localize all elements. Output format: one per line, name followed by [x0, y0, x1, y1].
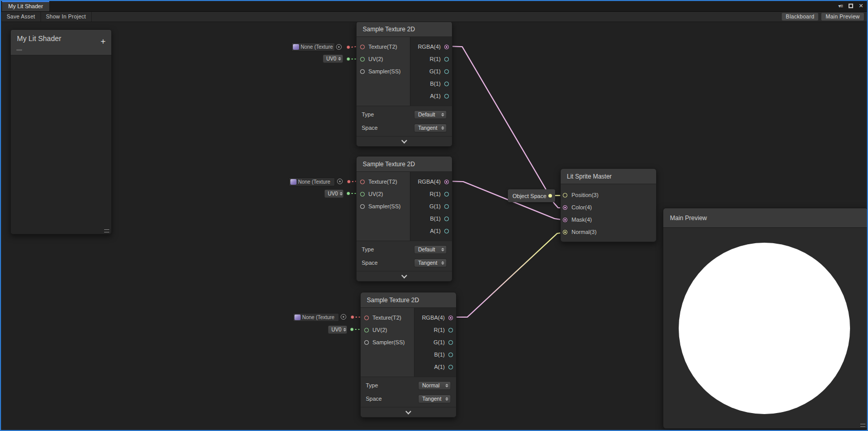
object-picker-icon[interactable]: [337, 179, 343, 184]
port-texture-t2[interactable]: [364, 316, 369, 320]
node-sample-texture-2d-1[interactable]: Sample Texture 2D Texture(T2) UV(2) Samp…: [356, 21, 452, 147]
port-r1[interactable]: [444, 192, 449, 197]
uv-channel-dropdown[interactable]: UV0: [324, 189, 344, 198]
object-space-output-port[interactable]: [548, 194, 552, 198]
node-sample-texture-2d-3[interactable]: Sample Texture 2D Texture(T2) UV(2) Samp…: [360, 292, 457, 418]
edge-rgba1-to-color[interactable]: [447, 46, 564, 208]
type-dropdown[interactable]: Default: [414, 110, 447, 119]
uv-channel-dropdown[interactable]: UV0: [323, 54, 343, 63]
type-label: Type: [362, 246, 374, 252]
port-texture-t2[interactable]: [360, 180, 365, 184]
port-g1[interactable]: [448, 340, 453, 345]
texture-thumbnail-icon: [294, 315, 301, 320]
port-a1[interactable]: [444, 229, 449, 233]
node-title-bar[interactable]: Sample Texture 2D: [357, 22, 452, 37]
port-label: G(1): [429, 68, 441, 74]
port-sampler-ss[interactable]: [364, 340, 369, 345]
collapse-preview-button[interactable]: [357, 271, 452, 281]
texture-field-port-2[interactable]: [347, 180, 351, 184]
port-rgba4[interactable]: [448, 316, 453, 320]
blackboard-toggle-button[interactable]: Blackboard: [782, 13, 819, 21]
node-title-bar[interactable]: Sample Texture 2D: [357, 156, 452, 172]
node-title-bar[interactable]: Sample Texture 2D: [361, 292, 456, 308]
port-color4[interactable]: [563, 205, 567, 210]
port-a1[interactable]: [448, 365, 453, 369]
texture-field-port-3[interactable]: [351, 316, 354, 319]
node-sample-texture-2d-2[interactable]: Sample Texture 2D Texture(T2) UV(2) Samp…: [356, 156, 452, 282]
resize-grip-icon[interactable]: [104, 229, 109, 232]
show-in-project-button[interactable]: Show In Project: [41, 12, 92, 22]
node-ports: Texture(T2) UV(2) Sampler(SS) RGBA(4) R(…: [357, 37, 452, 106]
uv-field-port-1[interactable]: [347, 57, 350, 61]
resize-grip-icon[interactable]: [860, 424, 865, 427]
port-rgba4[interactable]: [444, 180, 449, 184]
edge-rgba3-to-normal[interactable]: [451, 232, 564, 317]
port-label: R(1): [430, 191, 441, 197]
texture-field-value: None (Texture: [298, 179, 330, 185]
space-dropdown[interactable]: Tangent: [418, 395, 451, 403]
port-r1[interactable]: [444, 57, 449, 62]
port-uv2[interactable]: [360, 192, 365, 197]
port-sampler-ss[interactable]: [360, 204, 365, 209]
toolbar-right-group: Blackboard Main Preview: [782, 13, 864, 21]
window-menu-icon[interactable]: ▾≡: [838, 3, 843, 9]
object-picker-icon[interactable]: [336, 44, 342, 50]
maximize-icon[interactable]: [849, 4, 853, 8]
texture-field-port-1[interactable]: [347, 46, 350, 49]
main-preview-toggle-button[interactable]: Main Preview: [821, 13, 864, 21]
space-dropdown[interactable]: Tangent: [414, 259, 447, 267]
port-g1[interactable]: [444, 204, 449, 209]
port-label: A(1): [434, 364, 445, 370]
blackboard-subtitle-dash: [16, 49, 22, 51]
main-preview-panel[interactable]: Main Preview: [663, 208, 868, 429]
port-b1[interactable]: [444, 82, 449, 86]
texture-field-value: None (Texture: [302, 315, 334, 320]
close-icon[interactable]: ✕: [859, 3, 863, 9]
type-dropdown[interactable]: Default: [414, 245, 447, 254]
blackboard-header[interactable]: My Lit Shader +: [11, 30, 111, 55]
node-controls: Type Normal Space Tangent: [361, 377, 456, 407]
object-picker-icon[interactable]: [341, 314, 346, 320]
port-label: R(1): [430, 56, 441, 62]
uv-channel-dropdown[interactable]: UV0: [328, 325, 347, 334]
node-title: Lit Sprite Master: [567, 173, 611, 180]
tab-my-lit-shader[interactable]: My Lit Shader: [2, 1, 49, 11]
up-down-arrows-icon: [441, 113, 444, 116]
node-object-space[interactable]: Object Space: [508, 189, 555, 202]
port-label: B(1): [434, 351, 445, 358]
node-lit-sprite-master[interactable]: Lit Sprite Master Position(3) Color(4) M…: [560, 168, 657, 242]
port-a1[interactable]: [444, 94, 449, 99]
port-normal3[interactable]: [563, 230, 567, 234]
port-b1[interactable]: [444, 217, 449, 221]
port-uv2[interactable]: [364, 328, 369, 332]
port-rgba4[interactable]: [444, 45, 449, 49]
port-label: G(1): [433, 339, 445, 345]
main-preview-header[interactable]: Main Preview: [663, 208, 867, 228]
port-mask4[interactable]: [563, 218, 567, 222]
collapse-preview-button[interactable]: [361, 407, 456, 417]
texture-object-field[interactable]: None (Texture: [291, 43, 335, 51]
port-label: Sampler(SS): [368, 68, 401, 74]
space-dropdown[interactable]: Tangent: [414, 124, 447, 132]
plus-icon[interactable]: +: [101, 37, 106, 46]
node-title-bar[interactable]: Lit Sprite Master: [561, 169, 656, 184]
texture-object-field[interactable]: None (Texture: [289, 178, 335, 186]
texture-thumbnail-icon: [290, 179, 297, 185]
port-position3[interactable]: [563, 193, 567, 198]
port-sampler-ss[interactable]: [360, 69, 365, 74]
uv-field-port-2[interactable]: [347, 192, 350, 195]
texture-thumbnail-icon: [293, 44, 299, 50]
uv-field-port-3[interactable]: [350, 328, 354, 331]
blackboard-panel[interactable]: My Lit Shader +: [10, 29, 112, 234]
collapse-preview-button[interactable]: [357, 136, 452, 146]
port-r1[interactable]: [448, 328, 453, 332]
up-down-arrows-icon: [445, 384, 448, 387]
type-dropdown[interactable]: Normal: [418, 381, 451, 390]
port-uv2[interactable]: [360, 57, 365, 62]
port-g1[interactable]: [444, 69, 449, 74]
save-asset-button[interactable]: Save Asset: [1, 12, 41, 22]
texture-object-field[interactable]: None (Texture: [293, 313, 339, 322]
port-texture-t2[interactable]: [360, 45, 365, 49]
up-down-arrows-icon: [338, 57, 341, 61]
port-b1[interactable]: [448, 352, 453, 357]
